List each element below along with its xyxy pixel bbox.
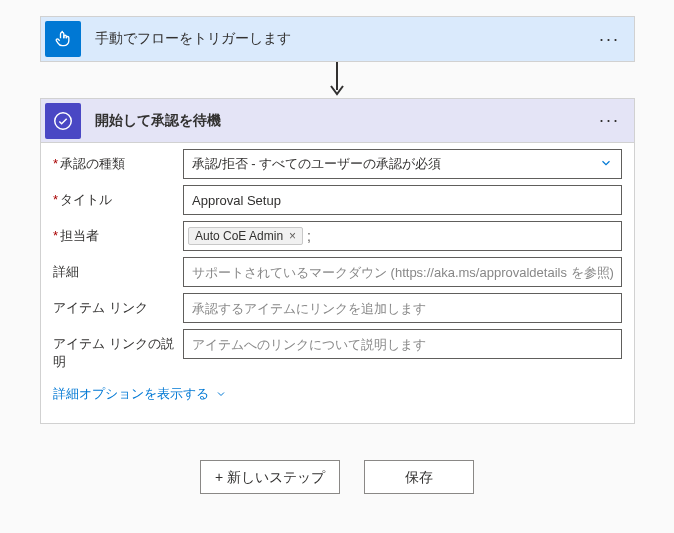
title-label: *タイトル bbox=[53, 185, 183, 209]
action-header[interactable]: 開始して承認を待機 ··· bbox=[41, 99, 634, 143]
flow-connector-arrow bbox=[40, 62, 634, 98]
svg-point-0 bbox=[61, 31, 63, 33]
chevron-down-icon bbox=[215, 388, 227, 400]
approval-type-select[interactable]: 承認/拒否 - すべてのユーザーの承認が必須 bbox=[183, 149, 622, 179]
action-title: 開始して承認を待機 bbox=[85, 112, 585, 130]
item-link-label: アイテム リンク bbox=[53, 293, 183, 317]
token-separator: ; bbox=[307, 228, 311, 244]
approval-type-label: *承認の種類 bbox=[53, 149, 183, 173]
trigger-title: 手動でフローをトリガーします bbox=[85, 30, 585, 48]
item-link-desc-input[interactable] bbox=[183, 329, 622, 359]
save-button[interactable]: 保存 bbox=[364, 460, 474, 494]
trigger-menu-icon[interactable]: ··· bbox=[585, 29, 634, 50]
assigned-input[interactable]: Auto CoE Admin × ; bbox=[183, 221, 622, 251]
approval-action-card: 開始して承認を待機 ··· *承認の種類 承認/拒否 - すべてのユーザーの承認… bbox=[40, 98, 635, 424]
trigger-header[interactable]: 手動でフローをトリガーします ··· bbox=[41, 17, 634, 61]
approval-icon bbox=[45, 103, 81, 139]
assigned-token[interactable]: Auto CoE Admin × bbox=[188, 227, 303, 245]
svg-point-2 bbox=[55, 112, 72, 129]
chevron-down-icon bbox=[599, 156, 613, 173]
trigger-card: 手動でフローをトリガーします ··· bbox=[40, 16, 635, 62]
footer-actions: + 新しいステップ 保存 bbox=[40, 460, 634, 494]
details-input[interactable] bbox=[183, 257, 622, 287]
new-step-button[interactable]: + 新しいステップ bbox=[200, 460, 340, 494]
details-label: 詳細 bbox=[53, 257, 183, 281]
title-input[interactable] bbox=[183, 185, 622, 215]
remove-token-icon[interactable]: × bbox=[289, 229, 296, 243]
approval-type-value: 承認/拒否 - すべてのユーザーの承認が必須 bbox=[192, 155, 441, 173]
action-menu-icon[interactable]: ··· bbox=[585, 110, 634, 131]
item-link-input[interactable] bbox=[183, 293, 622, 323]
assigned-label: *担当者 bbox=[53, 221, 183, 245]
show-advanced-link[interactable]: 詳細オプションを表示する bbox=[41, 371, 239, 407]
item-link-desc-label: アイテム リンクの説明 bbox=[53, 329, 183, 371]
manual-trigger-icon bbox=[45, 21, 81, 57]
